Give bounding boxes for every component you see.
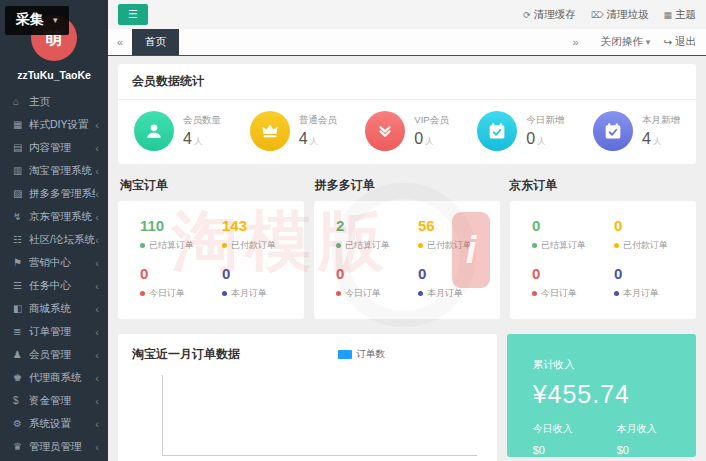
exit-button[interactable]: ↪ 退出: [663, 35, 696, 49]
metric-month: 0 本月订单: [222, 265, 304, 300]
metric-value: 0: [418, 265, 500, 282]
chart-legend: 订单数: [240, 348, 483, 361]
dot-icon: [532, 291, 537, 296]
sidebar-item-label: 会员管理: [29, 348, 95, 362]
collect-overlay-badge[interactable]: 采集 ▾: [5, 6, 69, 35]
theme-link[interactable]: ▦ 主题: [663, 8, 696, 22]
metric-label: 已结算订单: [140, 239, 222, 252]
metric-value: 0: [614, 217, 696, 234]
chevron-left-icon: ‹: [95, 257, 99, 269]
sidebar-item-community[interactable]: ☷ 社区/论坛系统 ‹: [0, 228, 108, 251]
bottom-row: 淘宝近一月订单数据 订单数 累计收入 ¥455.74 今日收入 $: [118, 334, 696, 461]
jd-orders-title: 京东订单: [509, 177, 694, 194]
sidebar-item-agents[interactable]: ♚ 代理商系统 ‹: [0, 366, 108, 389]
metric-value: 110: [140, 217, 222, 234]
metric-value: 143: [222, 217, 304, 234]
metric-label: 本月订单: [222, 287, 304, 300]
grid-icon: ▦: [13, 119, 29, 130]
dot-icon: [418, 243, 423, 248]
sidebar-item-label: 社区/论坛系统: [29, 233, 95, 247]
sidebar-item-label: 营销中心: [29, 256, 95, 270]
sidebar-item-diy-settings[interactable]: ▦ 样式DIY设置 ‹: [0, 113, 108, 136]
stat-value: 4人: [642, 130, 680, 148]
dot-icon: [614, 243, 619, 248]
menu-toggle-button[interactable]: ☰: [118, 4, 148, 25]
metric-paid: 56 已付款订单: [418, 217, 500, 252]
dot-icon: [140, 291, 145, 296]
sidebar-item-label: 京东管理系统: [29, 210, 95, 224]
dot-icon: [418, 291, 423, 296]
main-area: ☰ ⟳ 清理缓存 ⌦ 清理垃圾 ▦ 主题 « 首页 »: [108, 0, 706, 461]
hamburger-icon: ☰: [128, 8, 138, 20]
legend-label: 订单数: [357, 348, 386, 361]
bar-chart-icon: ▥: [13, 165, 29, 176]
chevron-left-icon: ‹: [95, 165, 99, 177]
order-card-taobao: 110 已结算订单 143 已付款订单 0 今日订单 0 本月订单: [118, 201, 304, 319]
order-cards-row: 110 已结算订单 143 已付款订单 0 今日订单 0 本月订单: [118, 201, 696, 319]
file-icon: ▤: [13, 142, 29, 153]
stat-label: 普通会员: [299, 114, 337, 127]
metric-month: 0 本月订单: [418, 265, 500, 300]
metric-label: 已付款订单: [418, 239, 500, 252]
sidebar-item-orders[interactable]: ≣ 订单管理 ‹: [0, 320, 108, 343]
order-card-jd: 0 已结算订单 0 已付款订单 0 今日订单 0 本月订单: [510, 201, 696, 319]
sidebar-item-home[interactable]: ⌂ 主页: [0, 90, 108, 113]
month-income: 本月收入 $0: [617, 422, 657, 456]
exit-icon: ↪: [663, 36, 672, 48]
list-lines-icon: ≣: [13, 326, 29, 337]
order-section-titles: 淘宝订单 拼多多订单 京东订单: [120, 177, 694, 194]
clear-trash-link[interactable]: ⌦ 清理垃圾: [591, 8, 649, 22]
sidebar-item-label: 订单管理: [29, 325, 95, 339]
dot-icon: [140, 243, 145, 248]
sidebar-item-settings[interactable]: ⚙ 系统设置 ‹: [0, 412, 108, 435]
stat-value: 4人: [183, 130, 221, 148]
chevron-left-icon: ‹: [95, 119, 99, 131]
metric-label: 本月订单: [614, 287, 696, 300]
sidebar-item-content[interactable]: ▤ 内容管理 ‹: [0, 136, 108, 159]
stat-label: VIP会员: [414, 114, 448, 127]
sidebar-item-members[interactable]: ♟ 会员管理 ‹: [0, 343, 108, 366]
sidebar-item-funds[interactable]: $ 资金管理 ‹: [0, 389, 108, 412]
sidebar-item-admins[interactable]: ♛ 管理员管理 ‹: [0, 435, 108, 458]
stat-value: 4人: [299, 130, 337, 148]
chevron-left-icon: ‹: [95, 211, 99, 223]
order-card-pinduoduo: 2 已结算订单 56 已付款订单 0 今日订单 0 本月订单: [314, 201, 500, 319]
today-income-value: $0: [533, 444, 573, 456]
user-icon: [134, 111, 174, 151]
sidebar-item-label: 商城系统: [29, 302, 95, 316]
users-icon: ☷: [13, 234, 29, 245]
metric-today: 0 今日订单: [336, 265, 418, 300]
sidebar-item-label: 管理员管理: [29, 440, 95, 454]
tab-home[interactable]: 首页: [132, 29, 179, 55]
caret-down-icon: ▾: [53, 15, 58, 25]
metric-label: 今日订单: [532, 287, 614, 300]
sidebar-item-label: 任务中心: [29, 279, 95, 293]
stat-label: 本月新增: [642, 114, 680, 127]
calendar-check-icon: [593, 111, 633, 151]
chevron-left-icon: ‹: [95, 395, 99, 407]
sidebar-item-marketing[interactable]: ⚑ 营销中心 ‹: [0, 251, 108, 274]
tab-bar: « 首页 » 关闭操作 ▾ ↪ 退出: [108, 29, 706, 56]
tab-scroll-right-icon[interactable]: »: [564, 36, 588, 48]
today-income-label: 今日收入: [533, 422, 573, 436]
stat-new-today: 今日新增 0人: [477, 111, 564, 151]
dot-icon: [222, 291, 227, 296]
stat-label: 会员数量: [183, 114, 221, 127]
sidebar-item-pinduoduo[interactable]: ▨ 拼多多管理系统 ‹: [0, 182, 108, 205]
metric-label: 已结算订单: [336, 239, 418, 252]
taobao-orders-title: 淘宝订单: [120, 177, 305, 194]
sidebar-item-jd[interactable]: ↯ 京东管理系统 ‹: [0, 205, 108, 228]
stat-member-count: 会员数量 4人: [134, 111, 221, 151]
sidebar-item-tasks[interactable]: ☰ 任务中心 ‹: [0, 274, 108, 297]
chevron-left-icon: ‹: [95, 188, 99, 200]
sidebar-item-mall[interactable]: ◧ 商城系统 ‹: [0, 297, 108, 320]
tab-scroll-left-icon[interactable]: «: [108, 29, 132, 55]
month-income-label: 本月收入: [617, 422, 657, 436]
sidebar-item-taobao[interactable]: ▥ 淘宝管理系统 ‹: [0, 159, 108, 182]
clear-cache-link[interactable]: ⟳ 清理缓存: [523, 8, 576, 22]
metric-value: 0: [614, 265, 696, 282]
flag-icon: ⚑: [13, 257, 29, 268]
metric-paid: 143 已付款订单: [222, 217, 304, 252]
tab-operations-dropdown[interactable]: 关闭操作 ▾: [601, 35, 651, 49]
boxes-icon: ▨: [13, 188, 29, 199]
